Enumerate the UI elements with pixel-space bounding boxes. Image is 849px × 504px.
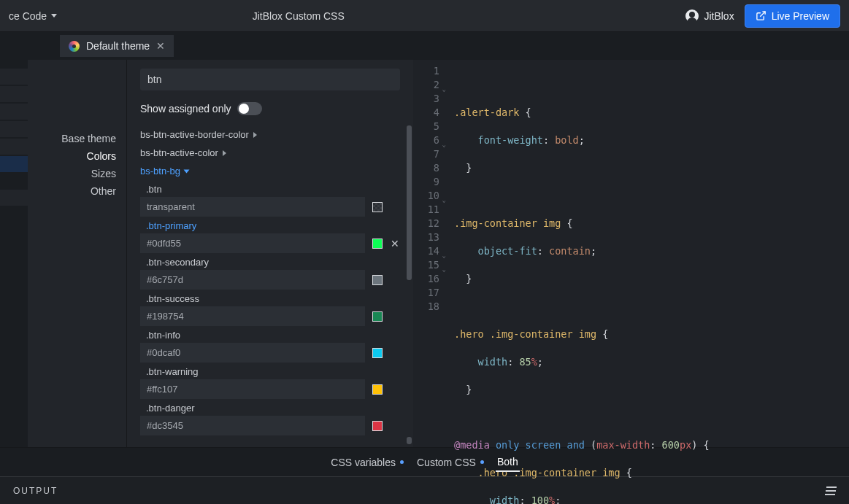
code-editor[interactable]: 12⌄3456⌄78910⌄11121314⌄15⌄161718 .alert-… [413,60,849,447]
rail-item[interactable] [0,104,28,120]
sidebar-item-base-theme[interactable]: Base theme [28,130,126,147]
color-swatch[interactable] [372,202,383,212]
var-group-label: bs-btn-bg [140,166,180,177]
show-assigned-label: Show assigned only [140,103,231,115]
avatar-icon [685,9,699,23]
color-swatch[interactable] [372,239,383,249]
indicator-dot-icon [480,460,484,464]
search-input[interactable] [140,69,400,90]
color-value-input[interactable] [140,343,365,363]
value-row [140,343,400,363]
top-bar: ce Code JitBlox Custom CSS JitBlox Live … [0,0,849,32]
color-value-input[interactable] [140,270,365,290]
value-row [140,197,400,217]
scrollbar[interactable] [407,125,412,280]
tab-strip: Default theme ✕ [28,32,849,60]
chevron-right-icon [253,132,257,138]
class-label[interactable]: .btn-info [140,326,400,343]
color-swatch[interactable] [372,275,383,285]
window-title: JitBlox Custom CSS [0,10,685,22]
tab-label: Default theme [86,40,150,52]
value-row [140,416,400,435]
menu-icon[interactable] [826,486,836,495]
tab-both[interactable]: Both [496,453,520,472]
palette-icon [69,41,80,52]
user-chip[interactable]: JitBlox [685,9,734,23]
rail-item[interactable] [0,139,28,155]
color-swatch[interactable] [372,348,383,358]
rail-item-active[interactable] [0,156,28,172]
var-group-expanded[interactable]: bs-btn-bg [140,162,400,180]
svg-line-0 [760,12,765,17]
value-row [140,306,400,326]
live-preview-label: Live Preview [772,10,829,22]
scrollbar[interactable] [407,437,412,444]
left-rail [0,32,28,447]
var-group[interactable]: bs-btn-active-color [140,144,400,162]
rail-item[interactable] [0,121,28,137]
clear-icon[interactable]: ✕ [390,238,400,249]
class-label[interactable]: .btn-secondary [140,253,400,270]
sidebar-item-colors[interactable]: Colors [28,147,126,165]
color-swatch[interactable] [372,311,383,322]
color-value-input[interactable] [140,306,365,326]
theme-sidebar: Base theme Colors Sizes Other [28,60,127,447]
color-swatch[interactable] [372,384,383,395]
sidebar-item-sizes[interactable]: Sizes [28,165,126,182]
color-swatch[interactable] [372,421,383,431]
class-label[interactable]: .btn [140,180,400,197]
var-group[interactable]: bs-btn-active-border-color [140,125,400,144]
tab-custom-css[interactable]: Custom CSS [415,454,485,471]
var-group-label: bs-btn-active-border-color [140,129,249,140]
sidebar-item-other[interactable]: Other [28,182,126,200]
tab-default-theme[interactable]: Default theme ✕ [60,35,174,57]
code-area[interactable]: .alert-dark { font-weight: bold; } .img-… [444,60,849,447]
close-icon[interactable]: ✕ [156,40,165,52]
color-value-input[interactable] [140,197,365,217]
chevron-right-icon [223,150,226,156]
value-row [140,270,400,290]
class-label[interactable]: .btn-primary [140,217,400,233]
rail-item[interactable] [0,69,28,85]
live-preview-button[interactable]: Live Preview [745,4,840,28]
class-label[interactable]: .btn-warning [140,363,400,379]
class-label[interactable]: .btn-success [140,290,400,306]
user-name: JitBlox [704,10,734,22]
external-link-icon [756,10,767,21]
chevron-down-icon [183,169,189,173]
rail-item[interactable] [0,86,28,102]
value-row: ✕ [140,233,400,253]
color-value-input[interactable] [140,416,365,435]
variables-panel: Show assigned only bs-btn-active-border-… [127,60,413,447]
rail-item[interactable] [0,190,28,206]
color-value-input[interactable] [140,379,365,399]
indicator-dot-icon [400,460,404,464]
var-group-label: bs-btn-active-color [140,147,218,158]
tab-css-variables[interactable]: CSS variables [329,454,405,471]
color-value-input[interactable] [140,233,365,253]
show-assigned-toggle[interactable] [237,102,262,115]
class-label[interactable]: .btn-danger [140,399,400,416]
output-label[interactable]: OUTPUT [13,486,58,496]
value-row [140,379,400,399]
line-gutter: 12⌄3456⌄78910⌄11121314⌄15⌄161718 [413,60,444,447]
